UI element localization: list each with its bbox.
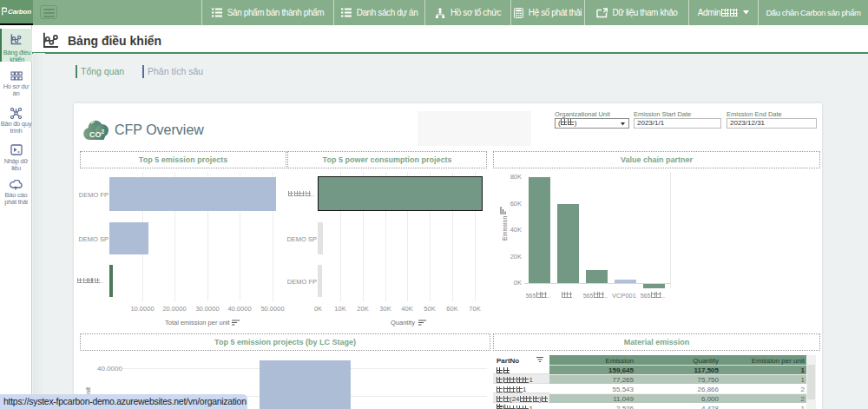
svg-text:CO: CO [89,130,102,139]
svg-text:2: 2 [102,129,105,135]
